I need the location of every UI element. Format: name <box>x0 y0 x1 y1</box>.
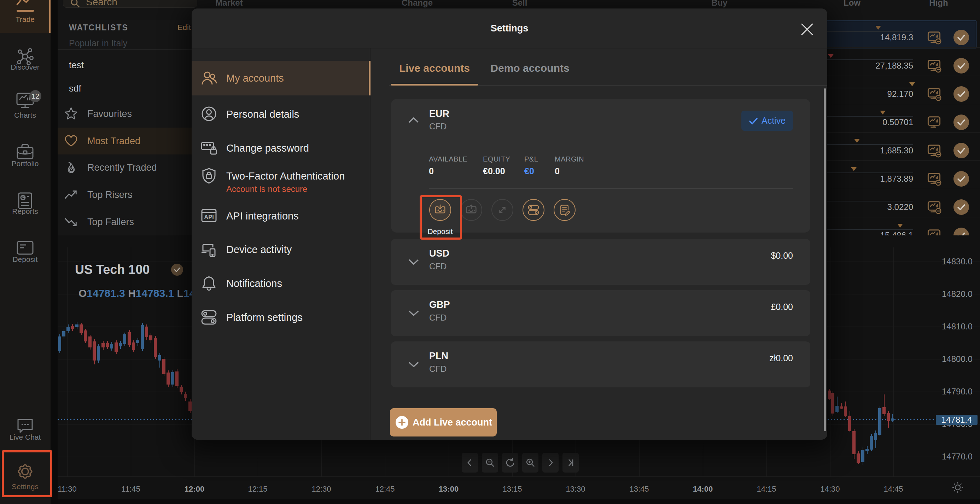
svg-text:API: API <box>204 214 214 220</box>
